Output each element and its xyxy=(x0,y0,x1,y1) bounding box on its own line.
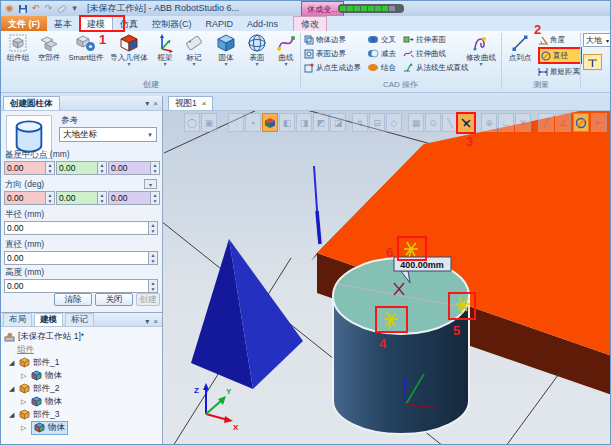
spinner[interactable]: ▲▼ xyxy=(148,252,157,264)
tab-addins[interactable]: Add-Ins xyxy=(240,16,285,31)
orientation-y-field[interactable]: 0.00▲▼ xyxy=(56,191,107,205)
base-center-z-field[interactable]: 0.00▲▼ xyxy=(108,161,160,175)
import-geometry-dropdown-icon[interactable]: ▾ xyxy=(127,62,130,67)
view-tool-icon[interactable]: ▪ xyxy=(245,113,261,132)
spinner[interactable]: ▲▼ xyxy=(148,280,157,292)
view-tool-icon[interactable]: ▦ xyxy=(408,113,424,132)
panel-pin-icon[interactable]: ▾ xyxy=(145,99,149,108)
tab-modeling-browser[interactable]: 建模 xyxy=(34,313,63,326)
tag-dropdown-icon[interactable]: ▾ xyxy=(192,62,195,67)
tab-file[interactable]: 文件 (F) xyxy=(1,16,47,31)
view-tool-icon[interactable]: ◇ xyxy=(386,113,402,132)
spinner[interactable]: ▲▼ xyxy=(150,162,159,174)
tab-layout[interactable]: 布局 xyxy=(3,313,32,326)
expand-icon[interactable]: ▷ xyxy=(21,424,28,432)
import-geometry-button[interactable]: 导入几何体 ▾ xyxy=(108,32,150,78)
view-tool-icon[interactable]: ∠ xyxy=(555,113,571,132)
curve-dropdown-icon[interactable]: ▾ xyxy=(284,62,287,67)
tree-item-body2[interactable]: ▷ 物体 xyxy=(21,395,62,408)
viewport-tab[interactable]: 视图1 × xyxy=(168,96,213,110)
spinner[interactable]: ▲▼ xyxy=(150,192,159,204)
create-button[interactable]: 创建 xyxy=(136,293,160,306)
collapse-icon[interactable]: ◢ xyxy=(9,385,16,393)
spinner[interactable]: ▲▼ xyxy=(45,162,54,174)
view-tool-icon[interactable]: ⊢ xyxy=(591,113,607,132)
browser-close-icon[interactable]: × xyxy=(153,317,158,326)
view-tool-icon[interactable]: ◨ xyxy=(296,113,312,132)
browser-pin-icon[interactable]: ▾ xyxy=(145,317,149,326)
view-tool-icon[interactable]: ✕ xyxy=(515,113,531,132)
tree-item-part3[interactable]: ◢ 部件_3 xyxy=(9,408,59,421)
view-tool-icon[interactable]: ◩ xyxy=(313,113,329,132)
spinner[interactable]: ▲▼ xyxy=(148,222,157,234)
solid-button[interactable]: 固体 ▾ xyxy=(211,32,241,78)
diameter-field[interactable]: 0.00▲▼ xyxy=(4,251,158,265)
tab-basic[interactable]: 基本 xyxy=(47,16,79,31)
tab-simulation[interactable]: 仿真 xyxy=(113,16,145,31)
surface-button[interactable]: 表面 ▾ xyxy=(242,32,272,78)
expand-icon[interactable]: ▷ xyxy=(21,372,28,380)
component-group-button[interactable]: 组件组 xyxy=(3,32,33,78)
body-boundary-button[interactable]: 物体边界 xyxy=(304,33,364,46)
orientation-x-field[interactable]: 0.00▲▼ xyxy=(4,191,55,205)
redo-icon[interactable]: ↷ xyxy=(43,3,54,14)
view-tool-icon[interactable]: ╱ xyxy=(538,113,554,132)
tab-modify-contextual[interactable]: 修改 xyxy=(293,16,327,31)
create-cylinder-panel-title[interactable]: 创建圆柱体 xyxy=(3,96,60,110)
expand-icon[interactable]: ▷ xyxy=(21,398,28,406)
base-center-x-field[interactable]: 0.00▲▼ xyxy=(4,161,55,175)
eraser-icon[interactable] xyxy=(56,3,67,14)
intersect-button[interactable]: 交叉 xyxy=(367,33,401,46)
tree-root-station[interactable]: [未保存工作站 1]* xyxy=(4,330,84,343)
customize-quick-access-icon[interactable]: ▾ xyxy=(69,3,80,14)
orientation-z-field[interactable]: 0.00▲▼ xyxy=(108,191,160,205)
snap-mode-toggle[interactable] xyxy=(583,54,602,70)
tree-item-body1[interactable]: ▷ 物体 xyxy=(21,369,62,382)
point-to-point-button[interactable]: 点到点 xyxy=(504,32,536,78)
subtract-button[interactable]: 减去 xyxy=(367,47,401,60)
min-distance-button[interactable]: 最短距离 xyxy=(538,65,582,78)
diameter-measure-button[interactable]: 直径 xyxy=(538,47,582,64)
selected-tree-node[interactable]: 物体 xyxy=(31,421,68,435)
height-field[interactable]: 0.00▲▼ xyxy=(4,279,158,293)
surface-dropdown-icon[interactable]: ▾ xyxy=(255,62,258,67)
tree-item-part2[interactable]: ◢ 部件_2 xyxy=(9,382,59,395)
frame-button[interactable]: 框架 ▾ xyxy=(151,32,179,78)
tree-item-body3-selected[interactable]: ▷ 物体 xyxy=(21,421,68,434)
snap-tool-icon[interactable] xyxy=(456,112,476,134)
measure-diameter-tool-icon[interactable] xyxy=(573,113,589,132)
viewport-3d-scene[interactable]: 400.00mm Z X Y xyxy=(163,111,611,445)
modify-curve-button[interactable]: 修改曲线 ▾ xyxy=(464,32,498,78)
view-tool-icon[interactable]: ◯ xyxy=(184,113,200,132)
solid-dropdown-icon[interactable]: ▾ xyxy=(224,62,227,67)
spinner[interactable]: ▲▼ xyxy=(97,162,106,174)
orientation-options-button[interactable]: ▾ xyxy=(144,179,157,189)
undo-icon[interactable]: ↶ xyxy=(30,3,41,14)
reference-dropdown[interactable]: 大地坐标▼ xyxy=(59,127,157,142)
tree-group-components[interactable]: 组件 xyxy=(17,343,34,356)
surface-boundary-button[interactable]: 表面边界 xyxy=(304,47,364,60)
tab-tags[interactable]: 标记 xyxy=(65,313,94,326)
view-tool-icon[interactable]: ∟ xyxy=(498,113,514,132)
view-tool-icon[interactable]: ◪ xyxy=(330,113,346,132)
spinner[interactable]: ▲▼ xyxy=(97,192,106,204)
robotstudio-app-icon[interactable]: ◉ xyxy=(4,3,15,14)
panel-close-icon[interactable]: × xyxy=(153,99,158,108)
view-tool-icon[interactable]: ⊕ xyxy=(481,113,497,132)
spinner[interactable]: ▲▼ xyxy=(45,192,54,204)
radius-field[interactable]: 0.00▲▼ xyxy=(4,221,158,235)
angle-measure-button[interactable]: 角度 xyxy=(538,33,582,46)
empty-part-button[interactable]: 空部件 xyxy=(34,32,64,78)
view-mode-cube-icon[interactable] xyxy=(262,113,278,132)
tab-rapid[interactable]: RAPID xyxy=(199,16,241,31)
view-tool-icon[interactable]: ⊟ xyxy=(369,113,385,132)
save-icon[interactable] xyxy=(17,3,28,14)
viewport-tab-close-icon[interactable]: × xyxy=(202,99,207,108)
close-button[interactable]: 关闭 xyxy=(95,293,133,306)
tab-controller[interactable]: 控制器(C) xyxy=(145,16,199,31)
curve-button[interactable]: 曲线 ▾ xyxy=(273,32,299,78)
view-tool-icon[interactable]: ⊙ xyxy=(425,113,441,132)
view-tool-icon[interactable]: ▣ xyxy=(201,113,217,132)
union-button[interactable]: 结合 xyxy=(367,61,401,74)
measure-coordinate-dropdown[interactable]: 大地▾ xyxy=(583,33,611,47)
